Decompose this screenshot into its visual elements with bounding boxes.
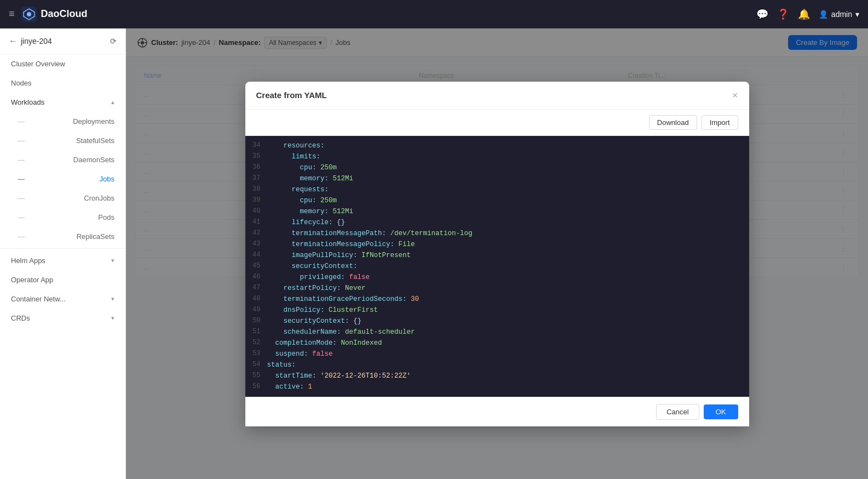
hamburger-icon[interactable]: ≡ bbox=[9, 8, 15, 20]
admin-chevron-icon: ▾ bbox=[855, 10, 859, 19]
logo-icon bbox=[21, 7, 37, 22]
code-line: 39 cpu: 250m bbox=[245, 195, 749, 206]
cancel-button[interactable]: Cancel bbox=[656, 404, 699, 420]
netw-chevron-icon: ▾ bbox=[111, 295, 114, 303]
sidebar-item-helm-apps[interactable]: Helm Apps ▾ bbox=[0, 251, 125, 270]
import-button[interactable]: Import bbox=[702, 115, 738, 130]
sidebar-header: ← jinye-204 ⟳ bbox=[0, 28, 125, 54]
code-line: 45 securityContext: bbox=[245, 261, 749, 272]
sidebar-label: CRDs bbox=[11, 314, 30, 322]
code-line: 48 terminationGracePeriodSeconds: 30 bbox=[245, 294, 749, 305]
code-line: 35 limits: bbox=[245, 151, 749, 162]
code-line: 36 cpu: 250m bbox=[245, 162, 749, 173]
yaml-code-editor[interactable]: 34 resources:35 limits:36 cpu: 250m37 me… bbox=[245, 136, 749, 397]
sidebar-scroll: Cluster Overview Nodes Workloads ▴ Deplo… bbox=[0, 54, 125, 479]
code-line: 47 restartPolicy: Never bbox=[245, 283, 749, 294]
sidebar-label: Workloads bbox=[11, 98, 44, 106]
code-line: 41 lifecycle: {} bbox=[245, 217, 749, 228]
create-yaml-dialog: Create from YAML × Download Import 34 re… bbox=[245, 82, 749, 426]
dialog-close-button[interactable]: × bbox=[732, 90, 738, 100]
navbar: ≡ DaoCloud 💬 ❓ 🔔 👤 admin ▾ bbox=[0, 0, 868, 28]
dialog-overlay: Create from YAML × Download Import 34 re… bbox=[126, 28, 868, 479]
sidebar-label: ReplicaSets bbox=[77, 232, 114, 241]
sidebar-item-deployments[interactable]: Deployments bbox=[0, 112, 125, 131]
bell-icon[interactable]: 🔔 bbox=[798, 8, 810, 20]
back-icon[interactable]: ← bbox=[9, 36, 18, 46]
sidebar-label: Deployments bbox=[73, 117, 114, 126]
message-icon[interactable]: 💬 bbox=[756, 8, 768, 20]
sidebar: ← jinye-204 ⟳ Cluster Overview Nodes Wor… bbox=[0, 28, 126, 479]
sidebar-item-container-netw[interactable]: Container Netw... ▾ bbox=[0, 289, 125, 309]
code-line: 40 memory: 512Mi bbox=[245, 206, 749, 217]
code-line: 52 completionMode: NonIndexed bbox=[245, 338, 749, 349]
code-line: 50 securityContext: {} bbox=[245, 316, 749, 327]
sidebar-label: DaemonSets bbox=[73, 156, 114, 164]
code-line: 53 suspend: false bbox=[245, 349, 749, 360]
dialog-footer: Cancel OK bbox=[245, 397, 749, 426]
sidebar-label: Pods bbox=[98, 213, 114, 221]
sidebar-label: StatefulSets bbox=[76, 136, 114, 145]
sidebar-item-cluster-overview[interactable]: Cluster Overview bbox=[0, 54, 125, 73]
dialog-toolbar: Download Import bbox=[245, 110, 749, 136]
svg-point-2 bbox=[27, 12, 31, 16]
sidebar-label: Operator App bbox=[11, 276, 53, 284]
code-line: 46 privileged: false bbox=[245, 272, 749, 283]
navbar-right: 💬 ❓ 🔔 👤 admin ▾ bbox=[756, 8, 859, 20]
content-area: Cluster: jinye-204 / Namespace: All Name… bbox=[126, 28, 868, 479]
workloads-chevron-icon: ▴ bbox=[111, 99, 114, 106]
navbar-left: ≡ DaoCloud bbox=[9, 7, 88, 22]
sidebar-item-statefulsets[interactable]: StatefulSets bbox=[0, 131, 125, 150]
code-line: 44 imagePullPolicy: IfNotPresent bbox=[245, 250, 749, 261]
sidebar-item-cronjobs[interactable]: CronJobs bbox=[0, 189, 125, 208]
helm-chevron-icon: ▾ bbox=[111, 257, 114, 264]
main-layout: ← jinye-204 ⟳ Cluster Overview Nodes Wor… bbox=[0, 28, 868, 479]
sidebar-item-operator-app[interactable]: Operator App bbox=[0, 270, 125, 289]
sidebar-label: Jobs bbox=[100, 175, 114, 183]
code-line: 38 requests: bbox=[245, 184, 749, 195]
sidebar-divider bbox=[0, 248, 125, 249]
code-line: 37 memory: 512Mi bbox=[245, 173, 749, 184]
sidebar-item-nodes[interactable]: Nodes bbox=[0, 73, 125, 93]
sidebar-item-jobs[interactable]: Jobs bbox=[0, 169, 125, 189]
sidebar-label: Cluster Overview bbox=[11, 60, 65, 68]
refresh-icon[interactable]: ⟳ bbox=[110, 37, 117, 45]
code-line: 56 active: 1 bbox=[245, 381, 749, 392]
dialog-header: Create from YAML × bbox=[245, 82, 749, 110]
code-line: 34 resources: bbox=[245, 140, 749, 151]
code-line: 55 startTime: '2022-12-26T10:52:22Z' bbox=[245, 370, 749, 381]
sidebar-item-crds[interactable]: CRDs ▾ bbox=[0, 309, 125, 328]
sidebar-label: Helm Apps bbox=[11, 256, 45, 265]
code-line: 54status: bbox=[245, 360, 749, 370]
download-button[interactable]: Download bbox=[649, 115, 697, 130]
sidebar-label: Nodes bbox=[11, 79, 32, 87]
code-line: 51 schedulerName: default-scheduler bbox=[245, 327, 749, 338]
admin-menu[interactable]: 👤 admin ▾ bbox=[819, 10, 859, 19]
sidebar-item-pods[interactable]: Pods bbox=[0, 208, 125, 227]
sidebar-item-replicasets[interactable]: ReplicaSets bbox=[0, 227, 125, 246]
app-title: DaoCloud bbox=[41, 8, 88, 20]
code-line: 49 dnsPolicy: ClusterFirst bbox=[245, 305, 749, 316]
code-line: 43 terminationMessagePolicy: File bbox=[245, 239, 749, 250]
cluster-name: jinye-204 bbox=[21, 37, 52, 45]
help-icon[interactable]: ❓ bbox=[777, 8, 789, 20]
sidebar-item-workloads[interactable]: Workloads ▴ bbox=[0, 93, 125, 112]
ok-button[interactable]: OK bbox=[704, 404, 738, 419]
sidebar-item-daemonsets[interactable]: DaemonSets bbox=[0, 150, 125, 169]
code-line: 42 terminationMessagePath: /dev/terminat… bbox=[245, 228, 749, 239]
sidebar-label: Container Netw... bbox=[11, 295, 66, 303]
crds-chevron-icon: ▾ bbox=[111, 315, 114, 322]
dialog-title: Create from YAML bbox=[256, 90, 327, 100]
sidebar-label: CronJobs bbox=[84, 194, 114, 202]
user-icon: 👤 bbox=[819, 10, 828, 19]
app-logo: DaoCloud bbox=[21, 7, 88, 22]
admin-label: admin bbox=[831, 10, 852, 19]
